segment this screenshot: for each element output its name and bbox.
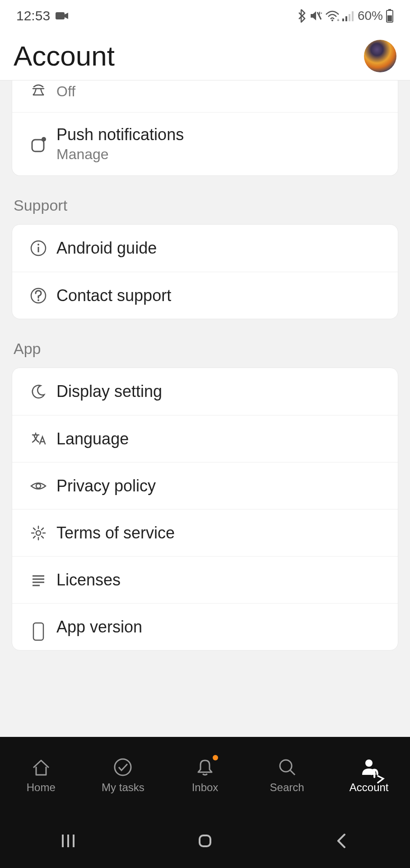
- svg-point-20: [36, 484, 41, 488]
- contact-support-label: Contact support: [56, 286, 171, 305]
- tab-search-label: Search: [270, 781, 304, 794]
- battery-text: 60%: [358, 9, 383, 23]
- tab-home-label: Home: [27, 781, 56, 794]
- svg-rect-7: [345, 16, 347, 21]
- language-label: Language: [56, 429, 129, 448]
- row-display-setting[interactable]: Display setting: [12, 368, 398, 415]
- bluetooth-icon: [297, 9, 306, 23]
- privacy-policy-label: Privacy policy: [56, 476, 156, 495]
- android-recents[interactable]: [55, 827, 82, 854]
- signal-icon: [342, 10, 355, 21]
- svg-point-21: [36, 531, 41, 535]
- battery-icon: [386, 9, 394, 23]
- search-icon: [277, 757, 298, 778]
- row-licenses[interactable]: Licenses: [12, 556, 398, 603]
- svg-rect-34: [200, 835, 210, 846]
- section-support: Support: [0, 176, 410, 224]
- person-icon: [359, 757, 379, 778]
- row-terms-of-service[interactable]: Terms of service: [12, 509, 398, 556]
- svg-point-14: [42, 137, 46, 142]
- check-circle-icon: [112, 757, 133, 778]
- push-sub: Manage: [56, 146, 184, 163]
- row-do-not-disturb[interactable]: Off: [12, 80, 398, 112]
- help-icon: [24, 287, 53, 304]
- info-icon: [24, 240, 53, 257]
- svg-rect-6: [342, 19, 344, 21]
- tab-my-tasks[interactable]: My tasks: [82, 737, 164, 814]
- video-record-icon: [56, 11, 69, 21]
- row-push-notifications[interactable]: Push notifications Manage: [12, 112, 398, 175]
- bell-snooze-icon: [24, 83, 53, 101]
- svg-rect-0: [56, 12, 65, 19]
- android-back[interactable]: [328, 827, 355, 854]
- phone-icon: [24, 622, 53, 641]
- wifi-icon: +: [325, 10, 340, 22]
- status-time: 12:53: [16, 8, 50, 24]
- row-language[interactable]: Language: [12, 415, 398, 462]
- dnd-status: Off: [56, 83, 75, 100]
- page-title: Account: [14, 40, 115, 72]
- svg-line-29: [290, 770, 295, 775]
- home-icon: [31, 757, 51, 778]
- push-label: Push notifications: [56, 125, 184, 144]
- svg-point-27: [115, 759, 131, 775]
- tab-inbox-label: Inbox: [192, 781, 219, 794]
- eye-icon: [24, 477, 53, 495]
- row-app-version[interactable]: App version: [12, 603, 398, 650]
- svg-rect-8: [349, 14, 350, 21]
- svg-text:+: +: [337, 18, 340, 22]
- licenses-label: Licenses: [56, 571, 121, 590]
- page-header: Account: [0, 32, 410, 80]
- language-icon: [24, 430, 53, 448]
- mute-vibrate-icon: [309, 9, 322, 23]
- tab-search[interactable]: Search: [246, 737, 328, 814]
- section-app: App: [0, 319, 410, 368]
- settings-content: Off Push notifications Manage Support An…: [0, 80, 410, 737]
- android-guide-label: Android guide: [56, 239, 157, 258]
- status-bar: 12:53 + 60%: [0, 0, 410, 32]
- row-android-guide[interactable]: Android guide: [12, 225, 398, 272]
- row-contact-support[interactable]: Contact support: [12, 272, 398, 319]
- svg-point-30: [365, 760, 373, 767]
- bottom-tab-bar: Home My tasks Inbox Search Account: [0, 737, 410, 814]
- terms-label: Terms of service: [56, 524, 175, 542]
- avatar[interactable]: [364, 40, 396, 72]
- push-notification-icon: [24, 135, 53, 153]
- svg-rect-9: [352, 11, 354, 21]
- svg-rect-26: [33, 623, 43, 640]
- tab-home[interactable]: Home: [0, 737, 82, 814]
- tab-account[interactable]: Account: [328, 737, 410, 814]
- svg-point-16: [37, 244, 39, 245]
- svg-point-28: [280, 760, 292, 772]
- svg-rect-13: [32, 140, 44, 151]
- svg-rect-12: [387, 15, 392, 21]
- android-home[interactable]: [191, 827, 219, 854]
- app-version-label: App version: [56, 618, 142, 637]
- bell-icon: [195, 757, 215, 778]
- display-setting-label: Display setting: [56, 382, 162, 401]
- list-lines-icon: [24, 571, 53, 589]
- svg-point-4: [331, 19, 333, 21]
- moon-icon: [24, 383, 53, 400]
- svg-point-19: [37, 299, 39, 301]
- tab-mytasks-label: My tasks: [102, 781, 144, 794]
- gear-icon: [24, 524, 53, 542]
- tab-inbox[interactable]: Inbox: [164, 737, 246, 814]
- android-nav-bar: [0, 814, 410, 868]
- row-privacy-policy[interactable]: Privacy policy: [12, 462, 398, 509]
